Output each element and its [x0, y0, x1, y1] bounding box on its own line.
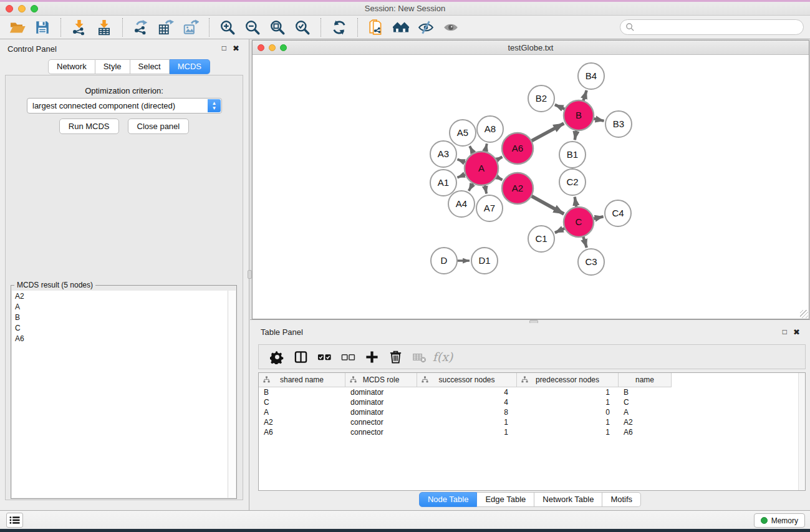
- graph-node-A6[interactable]: A6: [502, 133, 533, 164]
- first-neighbors-icon[interactable]: [390, 17, 412, 37]
- zoom-out-icon[interactable]: [241, 17, 264, 37]
- select-all-icon[interactable]: [313, 346, 335, 367]
- graph-node-B[interactable]: B: [564, 100, 594, 130]
- zoom-in-icon[interactable]: [216, 17, 239, 37]
- table-scrollbar[interactable]: [798, 373, 805, 490]
- list-scrollbar[interactable]: [228, 291, 236, 498]
- float-panel-icon[interactable]: □: [222, 44, 226, 52]
- graph-node-A7[interactable]: A7: [476, 195, 503, 221]
- delete-column-icon[interactable]: [384, 346, 407, 367]
- tab-edge-table[interactable]: Edge Table: [477, 492, 534, 507]
- list-item[interactable]: C: [12, 322, 236, 333]
- search-input[interactable]: [635, 21, 803, 34]
- graph-node-A1[interactable]: A1: [430, 170, 456, 196]
- hide-selected-icon[interactable]: [415, 17, 437, 37]
- table-row[interactable]: A2connector11A2: [259, 417, 805, 427]
- column-header-predecessor-nodes[interactable]: predecessor nodes: [517, 373, 619, 387]
- export-table-icon[interactable]: [155, 17, 177, 37]
- table-cell: dominator: [345, 407, 417, 417]
- network-window-titlebar[interactable]: testGlobe.txt: [253, 41, 809, 55]
- tab-style[interactable]: Style: [95, 59, 130, 74]
- zoom-selected-icon[interactable]: [291, 17, 314, 37]
- tab-select[interactable]: Select: [130, 59, 170, 74]
- column-header-name[interactable]: name: [619, 373, 672, 387]
- window-titlebar[interactable]: Session: New Session: [0, 2, 810, 16]
- toolbar-separator: [357, 18, 358, 37]
- graph-node-B1[interactable]: B1: [559, 142, 586, 168]
- function-builder-icon: f(x): [432, 346, 454, 367]
- svg-text:A1: A1: [438, 177, 449, 188]
- graph-node-B2[interactable]: B2: [528, 85, 554, 112]
- table-cell: 0: [517, 407, 619, 417]
- tab-node-table[interactable]: Node Table: [419, 492, 478, 507]
- column-header-MCDS-role[interactable]: MCDS role: [345, 373, 417, 387]
- save-session-icon[interactable]: [31, 17, 54, 37]
- table-settings-icon[interactable]: [266, 346, 288, 367]
- optimization-criterion-dropdown[interactable]: largest connected component (directed) ▲…: [27, 98, 222, 114]
- import-network-icon[interactable]: [68, 17, 90, 37]
- export-network-icon[interactable]: [130, 17, 152, 37]
- deselect-all-icon[interactable]: [337, 346, 359, 367]
- refresh-icon[interactable]: [328, 17, 350, 37]
- graph-node-C2[interactable]: C2: [559, 169, 586, 195]
- graph-node-A2[interactable]: A2: [502, 173, 533, 204]
- list-item[interactable]: A2: [12, 291, 236, 301]
- table-cell: 1: [517, 417, 619, 427]
- window-resize-grip[interactable]: [800, 310, 808, 318]
- list-item[interactable]: A: [12, 301, 236, 312]
- graph-node-C1[interactable]: C1: [528, 226, 554, 252]
- open-session-icon[interactable]: [6, 17, 29, 37]
- list-icon: [9, 516, 20, 525]
- memory-button[interactable]: Memory: [754, 513, 805, 528]
- network-canvas[interactable]: AA1A2A3A4A5A6A7A8BB1B2B3B4CC1C2C3C4DD1: [253, 55, 809, 319]
- graph-node-B4[interactable]: B4: [578, 63, 604, 89]
- import-table-icon[interactable]: [93, 17, 115, 37]
- graph-node-A3[interactable]: A3: [430, 141, 456, 167]
- table-close-panel-icon[interactable]: ✖: [793, 327, 800, 337]
- run-mcds-button[interactable]: Run MCDS: [59, 118, 119, 134]
- graph-node-A5[interactable]: A5: [450, 120, 476, 146]
- table-row[interactable]: Adominator80A: [259, 407, 805, 417]
- toggle-columns-icon[interactable]: [289, 346, 312, 367]
- close-panel-icon[interactable]: ✖: [233, 44, 239, 53]
- zoom-fit-icon[interactable]: [266, 17, 289, 37]
- graph-node-C[interactable]: C: [564, 207, 594, 237]
- table-cell: 8: [417, 407, 517, 417]
- search-field[interactable]: [620, 19, 804, 35]
- graph-node-B3[interactable]: B3: [605, 111, 632, 137]
- table-row[interactable]: Bdominator41B: [259, 387, 805, 397]
- export-image-icon[interactable]: [180, 17, 202, 37]
- table-row[interactable]: Cdominator41C: [259, 397, 805, 407]
- main-toolbar: [0, 16, 810, 39]
- tab-mcds[interactable]: MCDS: [170, 59, 210, 74]
- tab-motifs[interactable]: Motifs: [602, 492, 641, 507]
- new-network-from-selection-icon[interactable]: [365, 17, 387, 37]
- close-panel-button[interactable]: Close panel: [128, 118, 190, 134]
- tab-network-table[interactable]: Network Table: [534, 492, 602, 507]
- table-cell: 1: [417, 427, 517, 437]
- svg-text:C3: C3: [585, 256, 597, 267]
- show-all-icon[interactable]: [440, 17, 462, 37]
- table-float-panel-icon[interactable]: □: [783, 327, 787, 336]
- column-header-shared-name[interactable]: shared name: [259, 373, 345, 387]
- network-view-window[interactable]: testGlobe.txt AA1A2A3A4A5A6A7A8BB1B2B3B4…: [252, 40, 809, 319]
- table-row[interactable]: A6connector11A6: [259, 427, 805, 437]
- graph-node-A4[interactable]: A4: [448, 191, 475, 217]
- graph-node-A8[interactable]: A8: [477, 116, 503, 142]
- graph-node-A[interactable]: A: [465, 152, 498, 185]
- application-window: Session: New Session Control Panel □ ✖ N…: [0, 0, 810, 532]
- vertical-split-handle[interactable]: [248, 270, 252, 279]
- graph-node-D[interactable]: D: [431, 248, 457, 274]
- task-history-button[interactable]: [6, 513, 23, 528]
- list-item[interactable]: A6: [12, 333, 236, 344]
- graph-node-C3[interactable]: C3: [578, 249, 604, 275]
- node-table[interactable]: shared nameMCDS rolesuccessor nodesprede…: [258, 372, 806, 491]
- graph-node-D1[interactable]: D1: [471, 248, 498, 274]
- column-header-successor-nodes[interactable]: successor nodes: [417, 373, 517, 387]
- list-item[interactable]: B: [12, 312, 236, 322]
- network-graph[interactable]: AA1A2A3A4A5A6A7A8BB1B2B3B4CC1C2C3C4DD1: [253, 55, 809, 319]
- tab-network[interactable]: Network: [48, 59, 95, 74]
- graph-node-C4[interactable]: C4: [605, 200, 631, 226]
- mcds-result-list[interactable]: A2ABCA6: [12, 291, 236, 498]
- add-column-icon[interactable]: [360, 346, 383, 367]
